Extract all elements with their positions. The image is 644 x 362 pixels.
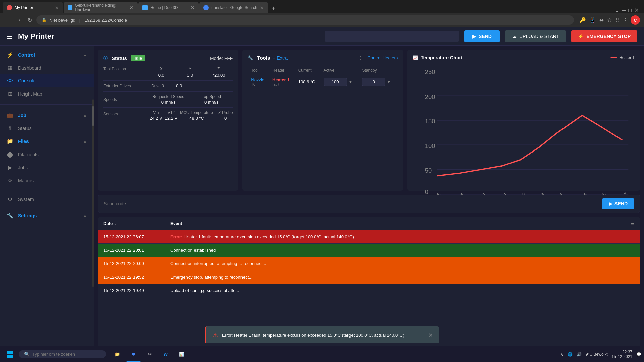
heightmap-icon: ⊞ (7, 90, 13, 97)
sidebar-item-console[interactable]: <> Console (0, 74, 94, 87)
toast-close-button[interactable]: ✕ (428, 332, 433, 338)
chart-trend-icon: 📈 (413, 55, 418, 60)
close-window-button[interactable]: ✕ (634, 7, 639, 13)
col-header-heater: Heater (270, 67, 295, 74)
log-row-normal-1: 15-12-2021 22:19:49 Upload of config.g s… (98, 284, 640, 297)
tab-myprinter[interactable]: My Printer ✕ (3, 2, 63, 13)
console-input[interactable] (104, 201, 598, 206)
hamburger-menu[interactable]: ☰ (7, 32, 13, 40)
tools-icon: 🔧 (248, 55, 253, 60)
taskbar-app-mail[interactable]: ✉ (142, 347, 157, 362)
tab-gebruikers[interactable]: Gebruikershandleiding: Hardwar... ✕ (64, 2, 138, 13)
jobs-icon: ▶ (7, 164, 13, 171)
extra-button[interactable]: + Extra (273, 55, 288, 61)
sort-arrow-icon: ↓ (114, 221, 116, 226)
sidebar-item-filaments[interactable]: ⬤ Filaments (0, 148, 94, 161)
active-temp-chevron[interactable]: ▼ (348, 80, 353, 84)
chevron-tools: ⋮ (358, 55, 363, 61)
scrollbar-track[interactable] (92, 99, 94, 287)
console-send-button[interactable]: ▶ SEND (602, 198, 634, 209)
start-button[interactable] (3, 347, 17, 362)
taskbar-apps: 📁 ● ✉ W 📊 (110, 347, 189, 362)
sidebar-item-heightmap[interactable]: ⊞ Height Map (0, 87, 94, 100)
topbar-send-button[interactable]: ▶ SEND (464, 30, 500, 42)
sidebar-item-status[interactable]: ℹ Status (0, 122, 94, 135)
tab-action-list[interactable]: ⌄ (615, 7, 619, 13)
tool-name-cell: Nozzle T0 (248, 75, 269, 89)
status-header: ⓘ Status Idle Mode: FFF (103, 55, 233, 61)
heater-name: Heater 1 (272, 77, 292, 82)
status-title: Status (112, 55, 127, 61)
log-menu-icon[interactable]: ☰ (631, 221, 635, 226)
profile-avatar[interactable]: C (631, 15, 640, 25)
log-event-3: Connection interrupted, attempting to re… (170, 261, 635, 266)
svg-text:200: 200 (425, 93, 435, 100)
sidebar-item-macros[interactable]: ⚙ Macros (0, 174, 94, 187)
taskbar-app-word[interactable]: W (158, 347, 173, 362)
search-input[interactable] (325, 31, 459, 42)
sidebar: ⚡ Control ▲ ▦ Dashboard <> Console ⊞ Hei… (0, 46, 94, 362)
tab-close-3[interactable]: ✕ (191, 5, 195, 10)
log-date-column-header[interactable]: Date ↓ (103, 221, 170, 226)
nozzle-link[interactable]: Nozzle (251, 77, 266, 82)
taskbar-app-explorer[interactable]: 📁 (110, 347, 125, 362)
tab-translate[interactable]: translate - Google Search ✕ (199, 2, 268, 13)
control-heaters-button[interactable]: Control Heaters (367, 55, 398, 60)
log-event-column-header: Event (170, 221, 631, 226)
log-date-2: 15-12-2021 22:20:01 (103, 248, 170, 253)
settings-icon[interactable]: ⋮ (623, 17, 628, 23)
sidebar-item-files[interactable]: 📁 Files ▲ (0, 135, 94, 148)
sidebar-label-files: Files (18, 139, 78, 144)
standby-temp-chevron[interactable]: ▼ (387, 80, 391, 84)
minimize-button[interactable]: ─ (622, 7, 626, 13)
tab-duet3d[interactable]: Home | Duet3D ✕ (138, 2, 199, 13)
more-icon[interactable]: ⠿ (615, 17, 619, 23)
standby-temp-input[interactable] (362, 78, 385, 86)
emergency-stop-button[interactable]: ⚡ EMERGENCY STOP (571, 30, 637, 42)
new-tab-button[interactable]: + (269, 3, 279, 13)
chart-header: 📈 Temperature Chart Heater 1 (413, 55, 635, 60)
taskbar-search-bar[interactable]: 🔍 (19, 350, 106, 358)
taskbar: 🔍 📁 ● ✉ W 📊 ∧ 🌐 🔊 9°C Bewolkt 22:37 15-1… (0, 346, 644, 362)
active-temp-input[interactable] (324, 78, 347, 86)
taskbar-search-input[interactable] (32, 352, 101, 357)
taskbar-app-chrome[interactable]: ● (126, 347, 141, 362)
sidebar-item-jobs[interactable]: ▶ Jobs (0, 161, 94, 174)
star-icon[interactable]: ☆ (607, 17, 612, 23)
maximize-button[interactable]: □ (628, 7, 632, 13)
notification-icon[interactable]: 💬 (636, 352, 641, 357)
tools-title: Tools (257, 55, 270, 61)
svg-text:0: 0 (425, 188, 428, 195)
sidebar-item-system[interactable]: ⚙ System (0, 193, 94, 206)
reload-button[interactable]: ↻ (25, 17, 34, 23)
sidebar-item-control[interactable]: ⚡ Control ▲ (0, 48, 94, 61)
sidebar-section-job: 💼 Job ▲ ℹ Status 📁 Files ▲ ⬤ Filaments (0, 106, 94, 190)
legend-label-heater1: Heater 1 (619, 55, 635, 60)
bookmark-icon[interactable]: 🔑 (579, 17, 586, 23)
sidebar-label-heightmap: Height Map (18, 91, 87, 97)
upload-start-button[interactable]: ☁ UPLOAD & START (505, 30, 566, 42)
sidebar-item-job[interactable]: 💼 Job ▲ (0, 109, 94, 122)
svg-text:50: 50 (425, 167, 432, 174)
sidebar-item-dashboard[interactable]: ▦ Dashboard (0, 61, 94, 74)
tab-favicon-4 (203, 5, 209, 10)
address-input-field[interactable]: 🔒 Niet beveiligd | 192.168.2.22/Console (36, 15, 574, 25)
search-bar (325, 31, 459, 42)
network-icon[interactable]: 🌐 (568, 352, 573, 357)
tab-close-4[interactable]: ✕ (260, 5, 264, 10)
active-temp-cell: ▼ (321, 75, 359, 89)
sidebar-divider-3 (0, 207, 94, 207)
tab-close-2[interactable]: ✕ (129, 5, 133, 10)
volume-icon[interactable]: 🔊 (577, 352, 582, 357)
back-button[interactable]: ← (4, 17, 12, 23)
translate-icon[interactable]: ⬌ (599, 17, 604, 23)
tab-close-1[interactable]: ✕ (55, 5, 59, 10)
taskbar-app-excel[interactable]: 📊 (174, 347, 189, 362)
browser-chrome: My Printer ✕ Gebruikershandleiding: Hard… (0, 0, 644, 27)
sidebar-item-settings[interactable]: 🔧 Settings ▲ (0, 209, 94, 222)
forward-button[interactable]: → (15, 17, 23, 23)
taskbar-clock[interactable]: 22:37 15-12-2021 (612, 350, 632, 359)
extensions-icon[interactable]: 📱 (589, 17, 596, 23)
sidebar-label-system: System (18, 197, 87, 202)
send-arrow-icon: ▶ (609, 201, 612, 206)
